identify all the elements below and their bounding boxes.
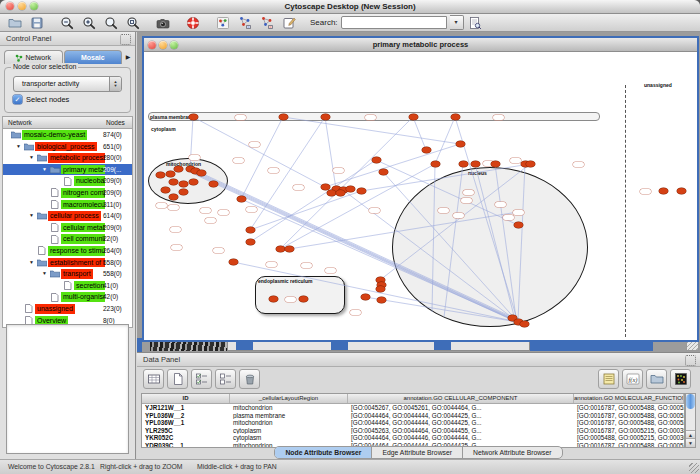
expand-arrow-icon[interactable]: ▼ [29, 257, 34, 269]
tree-row[interactable]: cell communicat22(0) [3, 233, 132, 245]
graph-node[interactable] [169, 194, 178, 200]
save-icon[interactable] [28, 15, 45, 30]
node-color-dropdown[interactable]: transporter activity ▲▼ [13, 76, 122, 92]
network-canvas[interactable]: plasma membranecytoplasmmitochondrionnuc… [144, 52, 693, 337]
column-header[interactable]: annotation.GO CELLULAR_COMPONENT [348, 394, 574, 403]
graph-node[interactable] [169, 179, 178, 185]
tree-row[interactable]: macromolecule311(0) [3, 199, 132, 211]
minimize-button[interactable] [18, 2, 26, 10]
graph-node[interactable] [189, 179, 198, 185]
tree-row[interactable]: nitrogen compo209(0) [3, 187, 132, 199]
tree-row[interactable]: mosaic-demo-yeast874(0) [3, 129, 132, 141]
graph-node[interactable] [321, 114, 330, 120]
import-network-icon[interactable] [236, 15, 253, 30]
app-resize-grip[interactable] [689, 463, 699, 473]
tab-edge-attribute-browser[interactable]: Edge Attribute Browser [372, 447, 463, 458]
zoom-selected-icon[interactable] [124, 15, 141, 30]
graph-node[interactable] [372, 157, 381, 163]
tree-row[interactable]: ▼establishment of lo558(0) [3, 257, 132, 269]
snapshot-icon[interactable] [154, 15, 171, 30]
graph-node[interactable] [451, 114, 460, 120]
graph-node[interactable] [377, 297, 386, 303]
graph-node[interactable] [520, 321, 529, 327]
graph-node[interactable] [659, 188, 668, 194]
column-header[interactable]: _cellularLayoutRegion [230, 394, 348, 403]
more-tabs-arrow-icon[interactable]: ▶ [123, 51, 133, 64]
graph-node[interactable] [209, 181, 218, 187]
graph-node[interactable] [285, 246, 294, 252]
graph-node[interactable] [422, 147, 431, 153]
attribute-table[interactable]: ID_cellularLayoutRegionannotation.GO CEL… [141, 393, 685, 448]
expand-arrow-icon[interactable]: ▼ [42, 164, 47, 176]
graph-node[interactable] [471, 161, 480, 167]
graph-node[interactable] [161, 187, 170, 193]
graph-node[interactable] [246, 239, 255, 245]
tree-row[interactable]: response to stimulu264(0) [3, 245, 132, 257]
annotation-icon[interactable] [280, 15, 297, 30]
graph-node[interactable] [357, 188, 366, 194]
search-dropdown-icon[interactable]: ▾ [450, 15, 464, 30]
graph-node[interactable] [246, 227, 255, 233]
expand-arrow-icon[interactable]: ▼ [29, 152, 34, 164]
tree-row[interactable]: secretion41(0) [3, 280, 132, 292]
new-document-icon[interactable] [167, 369, 188, 389]
notes-icon[interactable] [598, 369, 619, 389]
zoom-button[interactable] [170, 41, 178, 49]
expand-arrow-icon[interactable]: ▼ [16, 141, 21, 153]
graph-node[interactable] [166, 171, 175, 177]
graph-node[interactable] [514, 222, 523, 228]
graph-node[interactable] [179, 189, 188, 195]
deselect-all-icon[interactable] [215, 369, 236, 389]
tab-network-attribute-browser[interactable]: Network Attribute Browser [463, 447, 562, 458]
zoom-in-icon[interactable] [80, 15, 97, 30]
search-input[interactable] [341, 16, 447, 29]
graph-node[interactable] [376, 286, 385, 292]
tree-row[interactable]: cellular metabo209(0) [3, 222, 132, 234]
graph-node[interactable] [346, 186, 355, 192]
graph-node[interactable] [431, 161, 440, 167]
graph-node[interactable] [677, 188, 686, 194]
graph-node[interactable] [459, 161, 468, 167]
table-row[interactable]: YLR295Ccytoplasm[GO:0045263, GO:0044464,… [142, 427, 684, 435]
graph-node[interactable] [491, 161, 500, 167]
graph-node[interactable] [456, 141, 465, 147]
graph-node[interactable] [189, 114, 198, 120]
zoom-fit-icon[interactable] [102, 15, 119, 30]
table-row[interactable]: YPL036W__1mitochondrion[GO:0044464, GO:0… [142, 419, 684, 427]
select-all-icon[interactable] [191, 369, 212, 389]
function-icon[interactable]: f(x) [622, 369, 643, 389]
graph-node[interactable] [237, 196, 246, 202]
attr-table-icon[interactable] [143, 369, 164, 389]
tree-row[interactable]: ▼metabolic process280(0) [3, 152, 132, 164]
tab-mosaic[interactable]: Mosaic [64, 50, 123, 64]
graph-node[interactable] [279, 114, 288, 120]
table-row[interactable]: YPL036W__2plasma membrane[GO:0044464, GO… [142, 412, 684, 420]
column-header[interactable]: annotation.GO MOLECULAR_FUNCTION [574, 394, 684, 403]
help-icon[interactable] [184, 15, 201, 30]
zoom-button[interactable] [30, 2, 38, 10]
graph-node[interactable] [526, 161, 535, 167]
graph-node[interactable] [229, 259, 238, 265]
table-row[interactable]: YJR121W__1mitochondrion[GO:0045267, GO:0… [142, 404, 684, 412]
network-tree[interactable]: mosaic-demo-yeast874(0)▼biological_proce… [2, 129, 133, 328]
graph-node[interactable] [361, 294, 370, 300]
graph-node[interactable] [174, 166, 183, 172]
tree-row[interactable]: ▼transport558(0) [3, 268, 132, 280]
graph-node[interactable] [327, 190, 336, 196]
zoom-out-icon[interactable] [58, 15, 75, 30]
tree-row[interactable]: ▼cellular process614(0) [3, 210, 132, 222]
graph-node[interactable] [276, 246, 285, 252]
tree-row[interactable]: nucleobase-209(0) [3, 175, 132, 187]
tab-node-attribute-browser[interactable]: Node Attribute Browser [275, 447, 372, 458]
column-header[interactable]: ID [142, 394, 230, 403]
close-button[interactable] [6, 2, 14, 10]
tree-row[interactable]: ▼biological_process651(0) [3, 141, 132, 153]
graph-node[interactable] [269, 296, 278, 302]
close-button[interactable] [148, 41, 156, 49]
tree-row[interactable]: unassigned223(0) [3, 303, 132, 315]
tab-network[interactable]: Network [4, 50, 63, 64]
graph-node[interactable] [197, 170, 206, 176]
open-file-icon[interactable] [6, 15, 23, 30]
expand-arrow-icon[interactable]: ▼ [42, 268, 47, 280]
table-scrollbar[interactable]: ▲ ▼ [685, 393, 696, 448]
